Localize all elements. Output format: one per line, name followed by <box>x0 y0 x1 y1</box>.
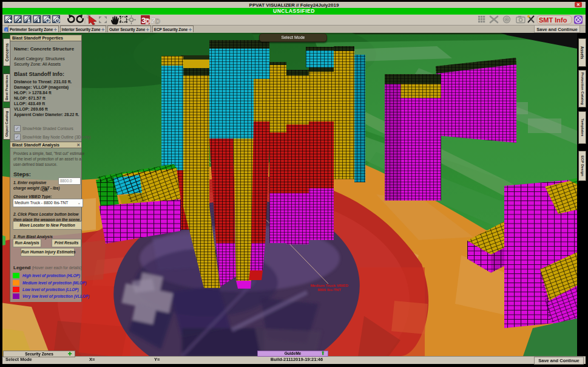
svg-text:D: D <box>146 18 150 25</box>
svg-text:D: D <box>155 18 160 25</box>
svg-text:Medium Truck VBIED: Medium Truck VBIED <box>311 283 349 287</box>
svg-text:i: i <box>5 28 7 33</box>
svg-text:8800 lbs-TNT: 8800 lbs-TNT <box>318 287 342 292</box>
svg-text:1: 1 <box>47 18 50 22</box>
svg-text:SMT Info: SMT Info <box>539 16 567 24</box>
